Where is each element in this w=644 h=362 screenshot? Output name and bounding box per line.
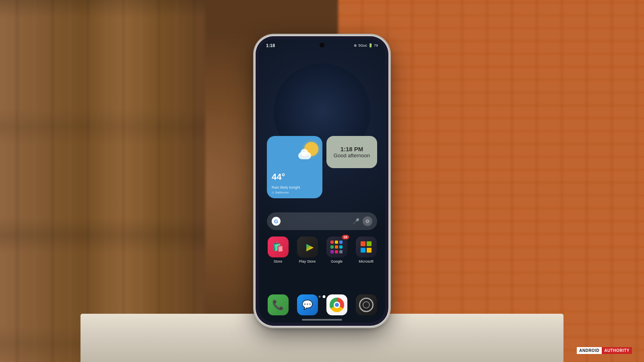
app-item-store[interactable]: 🛍️ Store <box>265 237 291 263</box>
microphone-icon[interactable]: 🎤 <box>353 218 359 224</box>
app-grid: 🛍️ Store Play Store <box>265 237 379 263</box>
status-icons: ⊗ 5Guc 🔋 79 <box>354 43 378 47</box>
messages-icon: 💬 <box>297 294 318 315</box>
clock-greeting: Good afternoon <box>334 152 370 158</box>
app-item-microsoft[interactable]: Microsoft <box>353 237 379 263</box>
app-dock: 📞 💬 <box>265 294 379 315</box>
weather-temperature: 44° <box>272 172 285 182</box>
watermark-android-text: ANDROID <box>577 347 602 354</box>
clock-widget[interactable]: 1:18 PM Good afternoon <box>326 136 377 168</box>
weather-description: Rain likely tonight <box>272 185 300 189</box>
phone-wrapper: 1:18 ⊗ 5Guc 🔋 79 <box>256 36 388 326</box>
google-label: Google <box>331 259 343 263</box>
google-search-bar[interactable]: G 🎤 ⊙ <box>267 212 377 230</box>
microsoft-icon <box>356 237 377 257</box>
smartphone: 1:18 ⊗ 5Guc 🔋 79 <box>256 36 388 326</box>
google-icon: 18 <box>326 237 347 257</box>
google-lens-icon[interactable]: ⊙ <box>363 216 372 226</box>
battery-indicator: 🔋 <box>368 43 373 47</box>
weather-location: Baltimore <box>272 191 289 194</box>
playstore-label: Play Store <box>299 259 316 263</box>
playstore-icon <box>297 237 318 257</box>
store-icon: 🛍️ <box>268 237 289 257</box>
cloud-icon <box>298 152 311 159</box>
app-item-google[interactable]: 18 Google <box>324 237 350 263</box>
front-camera <box>320 43 324 47</box>
google-logo: G <box>272 217 281 226</box>
status-time: 1:18 <box>266 43 275 48</box>
phone-icon: 📞 <box>268 294 289 315</box>
widgets-area: 44° Rain likely tonight Baltimore 1:18 P… <box>267 136 377 198</box>
battery-percent: 79 <box>374 43 378 47</box>
navigation-gesture-bar <box>302 319 342 321</box>
weather-icon <box>298 140 318 160</box>
dock-item-camera[interactable] <box>353 294 379 315</box>
dock-item-phone[interactable]: 📞 <box>265 294 291 315</box>
app-item-playstore[interactable]: Play Store <box>294 237 320 263</box>
clock-time: 1:18 PM <box>341 146 363 152</box>
weather-widget[interactable]: 44° Rain likely tonight Baltimore <box>267 136 322 198</box>
wifi-icon: ⊗ <box>354 43 357 47</box>
dock-item-messages[interactable]: 💬 <box>294 294 320 315</box>
phone-screen: 1:18 ⊗ 5Guc 🔋 79 <box>259 39 385 323</box>
dock-item-chrome[interactable] <box>324 294 350 315</box>
signal-bars: 5Guc <box>358 43 367 47</box>
microsoft-label: Microsoft <box>359 259 374 263</box>
camera-icon <box>356 294 377 315</box>
notification-badge: 18 <box>342 235 349 239</box>
watermark-authority-text: AUTHORITY <box>602 347 632 354</box>
store-label: Store <box>274 259 283 263</box>
android-authority-watermark: ANDROID AUTHORITY <box>577 347 632 354</box>
chrome-icon <box>326 294 347 315</box>
